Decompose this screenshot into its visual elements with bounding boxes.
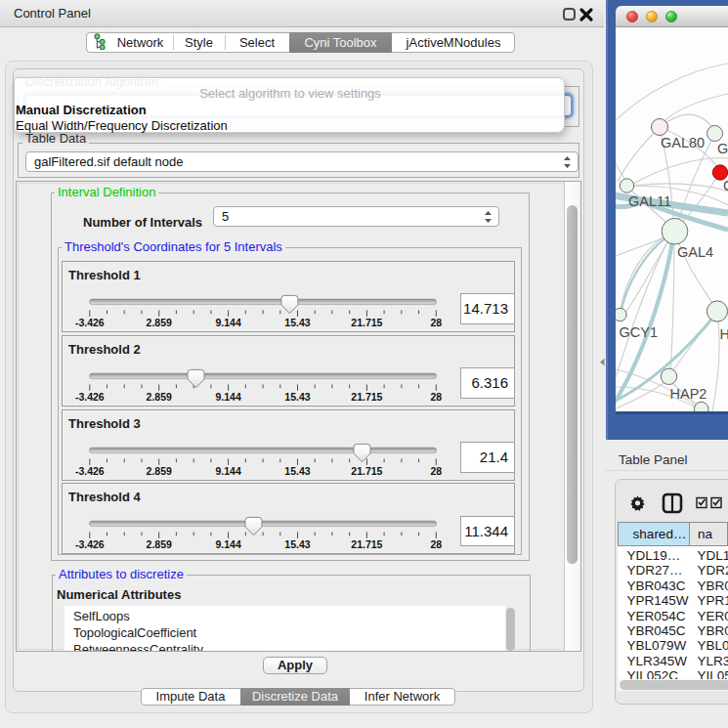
svg-text:28: 28 [430,538,442,550]
svg-text:GAL4: GAL4 [677,244,713,260]
svg-text:-3.426: -3.426 [75,390,105,402]
svg-text:GCY1: GCY1 [620,324,659,340]
svg-text:21.715: 21.715 [351,464,382,476]
svg-text:28: 28 [430,464,442,476]
svg-text:9.144: 9.144 [215,464,240,476]
svg-text:GAL80: GAL80 [661,135,705,150]
svg-text:21.715: 21.715 [351,538,382,550]
svg-text:9.144: 9.144 [215,538,240,550]
svg-text:2.859: 2.859 [147,390,172,402]
svg-text:GA: GA [717,141,728,156]
svg-text:15.43: 15.43 [284,390,310,402]
svg-text:15.43: 15.43 [284,316,310,327]
svg-text:28: 28 [430,316,442,327]
svg-text:15.43: 15.43 [284,464,310,476]
svg-text:-3.426: -3.426 [75,316,105,327]
svg-text:21.715: 21.715 [351,390,382,402]
svg-text:GAL11: GAL11 [628,193,671,209]
svg-text:2.859: 2.859 [147,538,172,550]
svg-text:2.859: 2.859 [147,464,172,476]
svg-text:9.144: 9.144 [215,390,240,402]
svg-text:21.715: 21.715 [351,316,382,327]
svg-text:C: C [723,178,728,193]
svg-text:H: H [720,326,728,342]
svg-text:15.43: 15.43 [284,538,310,550]
svg-text:HAP2: HAP2 [670,386,707,402]
svg-text:-3.426: -3.426 [75,538,105,550]
svg-text:-3.426: -3.426 [75,464,105,476]
svg-text:9.144: 9.144 [215,316,240,327]
svg-text:2.859: 2.859 [147,316,172,327]
svg-text:28: 28 [430,390,442,402]
